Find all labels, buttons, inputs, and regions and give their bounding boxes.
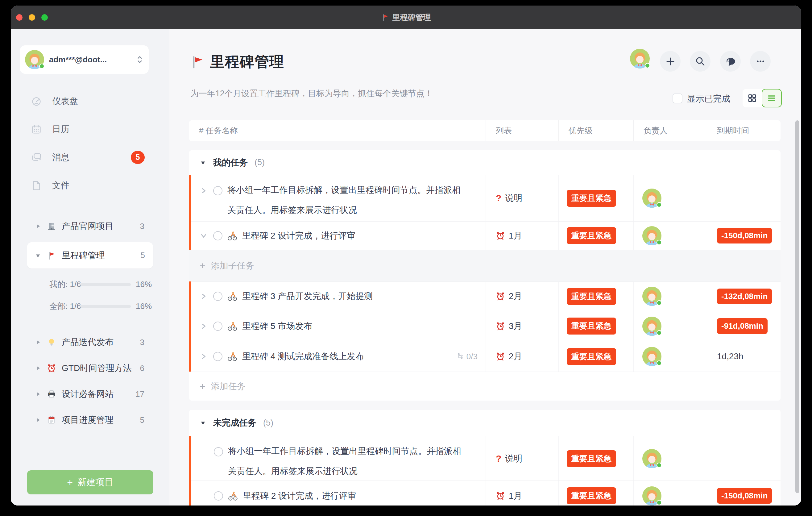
task-checkbox[interactable] — [213, 231, 223, 240]
show-completed-checkbox[interactable] — [672, 93, 683, 104]
sidebar-item-calendar[interactable]: 日历 — [11, 115, 169, 143]
subtask-tree-icon — [457, 353, 464, 360]
task-row[interactable]: 里程碑 5 市场发布 3月 重要且紧急 -91d,08min — [189, 311, 781, 341]
list-name: 2月 — [509, 290, 522, 302]
assignee-avatar[interactable] — [642, 317, 662, 336]
task-title: 里程碑 5 市场发布 — [242, 320, 312, 332]
assignee-avatar[interactable] — [642, 347, 662, 366]
add-subtask-row[interactable]: + 添加子任务 — [189, 250, 781, 282]
sidebar-project-schedule[interactable]: 项目进度管理 5 — [11, 407, 169, 433]
project-list: 产品官网项目 3 里程碑管理 5 我的: 1/6 16% 全部: 1/6 — [11, 213, 169, 433]
plus-icon: + — [200, 381, 205, 391]
add-button[interactable] — [660, 51, 680, 71]
assignee-avatar[interactable] — [642, 449, 662, 468]
list-view-button[interactable] — [762, 89, 782, 107]
nav-label: 消息 — [52, 151, 69, 163]
assignee-avatar[interactable] — [642, 486, 662, 506]
task-checkbox[interactable] — [213, 186, 223, 195]
priority-badge[interactable]: 重要且紧急 — [567, 487, 616, 504]
progress-label: 全部: 1/6 — [49, 301, 80, 312]
priority-badge[interactable]: 重要且紧急 — [567, 348, 616, 365]
sidebar-item-messages[interactable]: 消息 5 — [11, 143, 169, 171]
triangle-right-icon[interactable] — [34, 339, 41, 346]
expand-chevron-icon[interactable] — [199, 186, 208, 195]
task-checkbox[interactable] — [213, 352, 223, 361]
assignee-avatar[interactable] — [642, 287, 662, 306]
task-row[interactable]: 将小组一年工作目标拆解，设置出里程碑时间节点。并指派相关责任人。用标签来展示进行… — [189, 175, 781, 221]
new-project-button[interactable]: + 新建项目 — [27, 470, 153, 494]
new-project-label: 新建项目 — [78, 476, 114, 489]
priority-badge[interactable]: 重要且紧急 — [567, 288, 616, 305]
sidebar-project-website[interactable]: 产品官网项目 3 — [11, 213, 169, 239]
page-title: 里程碑管理 — [190, 52, 284, 71]
task-checkbox[interactable] — [213, 322, 223, 331]
assignee-avatar[interactable] — [642, 226, 662, 245]
search-button[interactable] — [690, 51, 710, 71]
priority-badge[interactable]: 重要且紧急 — [567, 227, 616, 244]
expand-chevron-icon[interactable] — [199, 322, 208, 331]
triangle-right-icon[interactable] — [34, 223, 41, 230]
task-checkbox[interactable] — [214, 447, 223, 456]
assignee-avatar[interactable] — [642, 189, 662, 208]
expand-chevron-icon[interactable] — [199, 292, 208, 301]
red-flag-icon — [381, 13, 389, 22]
account-switcher[interactable]: adm***@doot... — [20, 46, 149, 74]
grid-view-button[interactable] — [743, 89, 762, 107]
sidebar-item-dashboard[interactable]: 仪表盘 — [11, 87, 169, 115]
sidebar-project-iteration[interactable]: 产品迭代发布 3 — [11, 329, 169, 355]
due-time-badge: -132d,08min — [717, 289, 772, 304]
triangle-right-icon[interactable] — [34, 417, 41, 423]
list-name: 说明 — [505, 453, 522, 464]
due-time-badge: -91d,08min — [717, 318, 767, 334]
task-row[interactable]: 里程碑 2 设计完成，进行评审 1月 重要且紧急 -150d,08min — [189, 221, 781, 250]
user-avatar[interactable] — [630, 49, 650, 68]
triangle-down-icon[interactable] — [200, 159, 206, 166]
sidebar-project-design-sites[interactable]: 设计必备网站 17 — [11, 381, 169, 407]
priority-badge[interactable]: 重要且紧急 — [567, 318, 616, 335]
alarm-clock-icon — [496, 352, 505, 361]
triangle-down-icon[interactable] — [34, 252, 41, 259]
progress-bar — [80, 283, 131, 286]
bulb-icon — [47, 338, 56, 347]
progress-row-mine: 我的: 1/6 16% — [11, 274, 169, 295]
triangle-right-icon[interactable] — [34, 365, 41, 372]
project-label: 里程碑管理 — [62, 250, 105, 261]
question-icon: ? — [496, 453, 501, 464]
chat-button[interactable] — [720, 51, 741, 71]
list-name: 1月 — [509, 490, 522, 502]
sidebar-project-gtd[interactable]: GTD时间管理方法 6 — [11, 355, 169, 381]
cyclist-icon — [227, 351, 237, 362]
more-button[interactable] — [750, 51, 771, 71]
cyclist-icon — [227, 231, 237, 241]
chat-icon — [724, 55, 737, 67]
search-icon — [695, 56, 706, 67]
alarm-clock-icon — [496, 231, 505, 240]
triangle-right-icon[interactable] — [34, 391, 41, 398]
add-task-row[interactable]: + 添加任务 — [189, 372, 781, 401]
sidebar-item-files[interactable]: 文件 — [11, 171, 169, 199]
group-header[interactable]: 我的任务 (5) — [189, 150, 781, 175]
subtask-counter: 0/3 — [457, 352, 477, 362]
avatar — [25, 50, 44, 69]
list-name: 2月 — [509, 351, 522, 362]
titlebar: 里程碑管理 — [11, 5, 801, 29]
vertical-scrollbar[interactable] — [795, 120, 799, 493]
priority-badge[interactable]: 重要且紧急 — [567, 450, 616, 467]
triangle-down-icon[interactable] — [200, 420, 206, 426]
task-checkbox[interactable] — [213, 292, 223, 301]
page-title-text: 里程碑管理 — [210, 52, 284, 71]
task-row[interactable]: 里程碑 3 产品开发完成，开始提测 2月 重要且紧急 -132d,08min — [189, 282, 781, 311]
collapse-chevron-icon[interactable] — [199, 231, 208, 240]
task-checkbox[interactable] — [214, 491, 223, 500]
group-name: 未完成任务 — [213, 417, 256, 429]
sidebar-project-milestone-selected[interactable]: 里程碑管理 5 — [27, 242, 153, 268]
expand-chevron-icon[interactable] — [199, 352, 208, 361]
cyclist-icon — [227, 291, 237, 301]
plus-icon — [665, 56, 676, 67]
task-row[interactable]: 里程碑 4 测试完成准备线上发布 0/3 2月 重要且紧急 1d,23h — [189, 341, 781, 372]
priority-badge[interactable]: 重要且紧急 — [567, 190, 616, 207]
grid-icon — [747, 93, 757, 103]
group-header[interactable]: 未完成任务 (5) — [189, 410, 781, 436]
task-row[interactable]: 将小组一年工作目标拆解，设置出里程碑时间节点。并指派相关责任人。用标签来展示进行… — [189, 436, 781, 480]
task-row[interactable]: 里程碑 2 设计完成，进行评审 1月 重要且紧急 -150d,08min — [189, 480, 781, 506]
